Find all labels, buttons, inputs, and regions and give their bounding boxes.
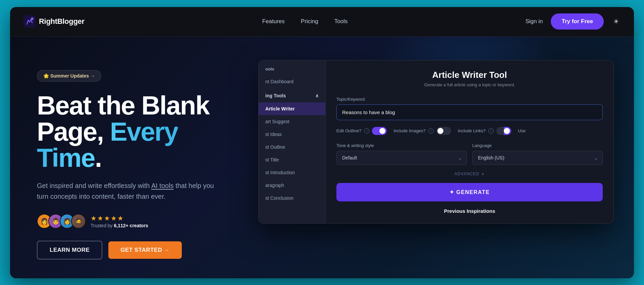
- tone-col: Tone & writing style Default Professiona…: [336, 143, 467, 165]
- ai-tools-link[interactable]: AI tools: [151, 182, 174, 189]
- learn-more-button[interactable]: LEARN MORE: [37, 241, 102, 259]
- include-images-toggle-group: Include Images? i: [393, 127, 451, 135]
- sidebar-dashboard[interactable]: nt Dashboard: [259, 74, 325, 89]
- sidebar-item-paragraph[interactable]: aragraph: [259, 179, 325, 192]
- topic-label: Topic/Keyword: [336, 97, 603, 102]
- include-images-toggle[interactable]: [436, 127, 451, 135]
- writing-tools-label: ing Tools: [265, 93, 286, 98]
- include-images-label: Include Images?: [393, 128, 425, 133]
- advanced-toggle[interactable]: ADVANCED ∨: [336, 172, 603, 176]
- chevron-down-icon: ∨: [481, 172, 485, 176]
- sidebar-item-article-writer[interactable]: Article Writer: [259, 102, 325, 115]
- tone-select[interactable]: Default Professional Casual Friendly: [336, 151, 467, 165]
- social-proof: 👩 👨 👩 🧔 ★★★★★ Trusted by 6,112+ creators: [37, 214, 245, 229]
- sidebar-writing-tools[interactable]: ing Tools ∧: [259, 89, 325, 102]
- nav-links: Features Pricing Tools: [262, 18, 348, 25]
- language-col: Language English (US) English (UK) Spani…: [472, 143, 603, 165]
- hero-section: 🌟 Summer Updates → Beat the Blank Page, …: [10, 37, 634, 278]
- toggles-row: Edit Outline? i Include Images? i: [336, 127, 603, 135]
- nav-tools[interactable]: Tools: [334, 18, 348, 25]
- previous-inspirations[interactable]: Previous Inspirations: [336, 208, 603, 214]
- item-label: st Outline: [265, 144, 285, 150]
- chevron-up-icon: ∧: [315, 93, 319, 98]
- signin-link[interactable]: Sign in: [525, 18, 543, 25]
- proof-text: ★★★★★ Trusted by 6,112+ creators: [91, 214, 148, 228]
- include-links-label: Include Links?: [458, 128, 486, 133]
- sidebar-item-post-conclusion[interactable]: st Conclusion: [259, 192, 325, 204]
- browser-window: RightBlogger Features Pricing Tools Sign…: [10, 7, 634, 278]
- generate-button[interactable]: ✦ GENERATE: [336, 183, 603, 201]
- summer-badge[interactable]: 🌟 Summer Updates →: [37, 70, 101, 82]
- tone-label: Tone & writing style: [336, 143, 467, 148]
- headline-end: .: [95, 143, 102, 173]
- headline-line2-plain: Page,: [37, 117, 110, 146]
- advanced-label: ADVANCED: [454, 172, 479, 176]
- nav-features[interactable]: Features: [262, 18, 285, 25]
- language-select-wrapper: English (US) English (UK) Spanish French: [472, 151, 603, 165]
- toggle-knob: [504, 128, 510, 134]
- app-mockup: ools nt Dashboard ing Tools ∧ Article Wr…: [258, 60, 614, 224]
- edit-outline-toggle-group: Edit Outline? i: [336, 127, 387, 135]
- proof-label: Trusted by 6,112+ creators: [91, 223, 148, 228]
- item-label: st Conclusion: [265, 195, 293, 201]
- app-main: Article Writer Tool Generate a full arti…: [326, 60, 613, 223]
- tone-select-wrapper: Default Professional Casual Friendly: [336, 151, 467, 165]
- theme-toggle-button[interactable]: ☀: [612, 16, 621, 27]
- use-toggle-group: Use: [518, 128, 526, 133]
- include-links-toggle[interactable]: [496, 127, 511, 135]
- item-label: st Title: [265, 157, 279, 162]
- logo-text: RightBlogger: [39, 17, 85, 26]
- logo[interactable]: RightBlogger: [23, 15, 85, 28]
- hero-buttons: LEARN MORE GET STARTED →: [37, 241, 245, 259]
- sidebar-item-post-ideas[interactable]: st Ideas: [259, 128, 325, 141]
- trusted-prefix: Trusted by: [91, 223, 114, 228]
- tool-title: Article Writer Tool: [336, 70, 603, 80]
- hero-right: ools nt Dashboard ing Tools ∧ Article Wr…: [258, 57, 614, 224]
- sidebar-item-post-title[interactable]: st Title: [259, 153, 325, 166]
- language-label: Language: [472, 143, 603, 148]
- include-links-toggle-group: Include Links? i: [458, 127, 511, 135]
- sidebar-item-post-intro[interactable]: st Introduction: [259, 166, 325, 179]
- navigation: RightBlogger Features Pricing Tools Sign…: [10, 7, 634, 37]
- try-free-button[interactable]: Try for Free: [551, 13, 604, 30]
- headline-line1: Beat the Blank: [37, 91, 209, 120]
- use-label: Use: [518, 128, 526, 133]
- item-label: Article Writer: [265, 106, 295, 111]
- creator-count: 6,112+ creators: [114, 223, 148, 228]
- item-label: st Introduction: [265, 170, 295, 175]
- toggle-knob: [437, 128, 443, 134]
- hero-left: 🌟 Summer Updates → Beat the Blank Page, …: [37, 57, 245, 259]
- edit-outline-label: Edit Outline?: [336, 128, 361, 133]
- tool-subtitle: Generate a full article using a topic or…: [336, 82, 603, 87]
- sidebar-item-post-outline[interactable]: st Outline: [259, 141, 325, 153]
- logo-icon: [23, 15, 36, 28]
- sidebar-tools-header: ools: [259, 60, 325, 74]
- item-label: art Suggest: [265, 119, 289, 124]
- app-sidebar: ools nt Dashboard ing Tools ∧ Article Wr…: [259, 60, 326, 223]
- avatar-group: 👩 👨 👩 🧔: [37, 214, 86, 229]
- toggle-knob: [379, 128, 385, 134]
- item-label: st Ideas: [265, 132, 282, 137]
- form-row-selects: Tone & writing style Default Professiona…: [336, 143, 603, 165]
- avatar: 🧔: [71, 214, 86, 229]
- nav-pricing[interactable]: Pricing: [301, 18, 318, 25]
- include-images-info-icon[interactable]: i: [428, 128, 434, 134]
- item-label: aragraph: [265, 183, 284, 188]
- edit-outline-toggle[interactable]: [372, 127, 387, 135]
- sidebar-item-smart-suggest[interactable]: art Suggest: [259, 115, 325, 128]
- topic-input[interactable]: [336, 104, 603, 120]
- nav-right: Sign in Try for Free ☀: [525, 13, 621, 30]
- language-select[interactable]: English (US) English (UK) Spanish French: [472, 151, 603, 165]
- include-links-info-icon[interactable]: i: [488, 128, 494, 134]
- hero-subtext: Get inspired and write effortlessly with…: [37, 180, 225, 202]
- svg-point-1: [31, 17, 34, 20]
- star-rating: ★★★★★: [91, 214, 148, 222]
- get-started-button[interactable]: GET STARTED →: [108, 241, 182, 259]
- edit-outline-info-icon[interactable]: i: [364, 128, 369, 134]
- hero-headline: Beat the Blank Page, Every Time.: [37, 92, 245, 171]
